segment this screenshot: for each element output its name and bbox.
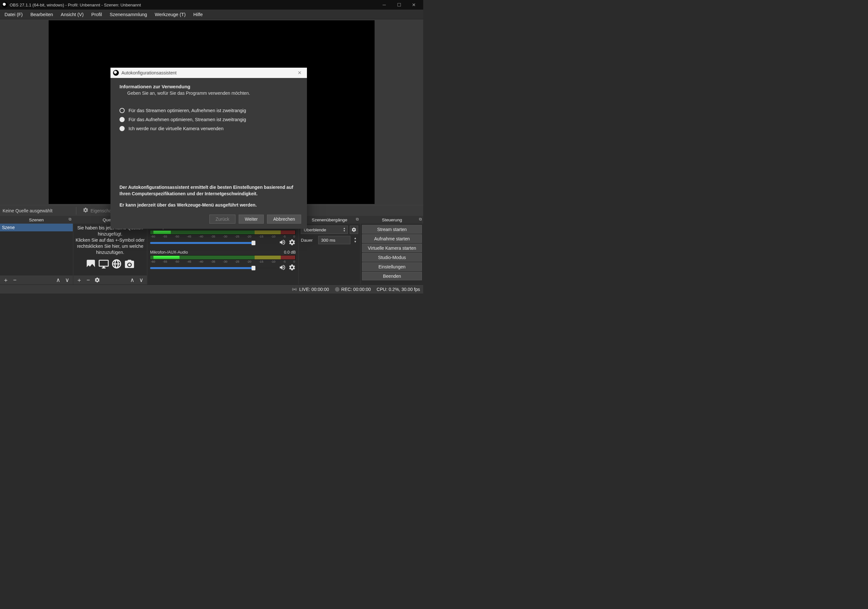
menu-help[interactable]: Hilfe bbox=[190, 11, 206, 19]
vu-meter bbox=[150, 255, 296, 260]
radio-option-vcam[interactable]: Ich werde nur die virtuelle Kamera verwe… bbox=[119, 126, 298, 131]
wizard-cancel-button[interactable]: Abbrechen bbox=[267, 214, 301, 224]
scene-item[interactable]: Szene bbox=[0, 224, 73, 231]
menu-file[interactable]: Datei (F) bbox=[1, 11, 26, 19]
radio-label: Für das Streamen optimieren, Aufnehmen i… bbox=[129, 108, 246, 113]
mixer-settings-icon[interactable] bbox=[288, 264, 296, 272]
studio-mode-button[interactable]: Studio-Modus bbox=[362, 253, 422, 262]
dock-transitions: Szenenübergänge ⧉ Überblende ▲▼ Dauer bbox=[299, 216, 360, 284]
status-cpu: CPU: 0.2%, 30.00 fps bbox=[377, 287, 420, 292]
scene-add-button[interactable]: ＋ bbox=[2, 276, 10, 284]
duration-spinner[interactable]: ▲▼ bbox=[352, 236, 358, 244]
dock-transitions-title: Szenenübergänge bbox=[312, 218, 347, 222]
window-minimize-button[interactable]: ─ bbox=[377, 0, 392, 10]
modal-title: Autokonfigurationsassistent bbox=[121, 70, 293, 75]
duration-spinbox[interactable]: 300 ms bbox=[318, 236, 350, 244]
auto-config-wizard-modal: Autokonfigurationsassistent ✕ Informatio… bbox=[110, 68, 307, 229]
sources-footer: ＋ − ∧ ∨ bbox=[73, 275, 147, 284]
vu-ticks: -60-55-50-45-40-35-30-25-20-15-10-50 bbox=[150, 235, 296, 238]
source-remove-button[interactable]: − bbox=[84, 276, 92, 284]
globe-icon bbox=[111, 258, 122, 271]
modal-close-button[interactable]: ✕ bbox=[295, 70, 304, 76]
modal-subheading: Geben Sie an, wofür Sie das Programm ver… bbox=[119, 90, 298, 96]
sources-empty[interactable]: Sie haben bis jetzt keine Quellen hinzug… bbox=[73, 224, 147, 275]
menu-tools[interactable]: Werkzeuge (T) bbox=[152, 11, 189, 19]
radio-option-streaming[interactable]: Für das Streamen optimieren, Aufnehmen i… bbox=[119, 108, 298, 113]
volume-slider[interactable] bbox=[150, 267, 276, 269]
volume-slider[interactable] bbox=[150, 242, 276, 244]
menu-edit[interactable]: Bearbeiten bbox=[27, 11, 56, 19]
dock-controls-title: Steuerung bbox=[382, 218, 402, 222]
scenes-footer: ＋ − ∧ ∨ bbox=[0, 275, 73, 284]
modal-info-p1: Der Autokonfigurationsassistent ermittel… bbox=[119, 184, 298, 197]
wizard-next-button[interactable]: Weiter bbox=[239, 214, 264, 224]
scene-list[interactable]: Szene bbox=[0, 224, 73, 275]
exit-button[interactable]: Beenden bbox=[362, 272, 422, 280]
menu-profile[interactable]: Profil bbox=[88, 11, 105, 19]
menu-scene-collection[interactable]: Szenensammlung bbox=[107, 11, 150, 19]
dock-transitions-header[interactable]: Szenenübergänge ⧉ bbox=[299, 216, 360, 224]
wizard-back-button[interactable]: Zurück bbox=[209, 214, 236, 224]
source-down-button[interactable]: ∨ bbox=[137, 276, 145, 284]
window-close-button[interactable]: ✕ bbox=[406, 0, 421, 10]
scene-down-button[interactable]: ∨ bbox=[63, 276, 71, 284]
speaker-icon[interactable] bbox=[279, 239, 286, 247]
sources-empty-line2: Klicken Sie auf das +-Symbol oder rechts… bbox=[75, 237, 145, 256]
scene-up-button[interactable]: ∧ bbox=[54, 276, 62, 284]
start-recording-button[interactable]: Aufnahme starten bbox=[362, 234, 422, 243]
status-rec: REC: 00:00:00 bbox=[341, 287, 371, 292]
window-maximize-button[interactable]: ☐ bbox=[392, 0, 406, 10]
dock-scenes-header[interactable]: Szenen ⧉ bbox=[0, 216, 73, 224]
record-indicator-icon bbox=[335, 287, 339, 292]
no-source-label: Keine Quelle ausgewählt bbox=[0, 208, 76, 213]
duration-value: 300 ms bbox=[321, 238, 335, 242]
mixer-track-db: 0.0 dB bbox=[284, 250, 296, 255]
transition-select[interactable]: Überblende ▲▼ bbox=[301, 225, 348, 234]
radio-icon bbox=[119, 126, 125, 131]
radio-option-recording[interactable]: Für das Aufnehmen optimieren, Streamen i… bbox=[119, 117, 298, 122]
vu-meter bbox=[150, 230, 296, 235]
duration-label: Dauer bbox=[301, 238, 316, 242]
dock-popout-icon[interactable]: ⧉ bbox=[68, 217, 71, 221]
source-add-button[interactable]: ＋ bbox=[75, 276, 83, 284]
settings-button[interactable]: Einstellungen bbox=[362, 262, 422, 271]
source-up-button[interactable]: ∧ bbox=[128, 276, 136, 284]
scene-remove-button[interactable]: − bbox=[11, 276, 19, 284]
modal-heading: Informationen zur Verwendung bbox=[119, 84, 298, 89]
transition-selected-label: Überblende bbox=[304, 227, 326, 232]
start-virtual-cam-button[interactable]: Virtuelle Kamera starten bbox=[362, 244, 422, 252]
dock-controls: Steuerung ⧉ Stream starten Aufnahme star… bbox=[361, 216, 423, 284]
mixer-settings-icon[interactable] bbox=[288, 239, 296, 247]
gear-icon bbox=[83, 207, 88, 214]
toolbar-divider bbox=[76, 207, 76, 214]
transition-settings-button[interactable] bbox=[350, 225, 358, 234]
window-titlebar: OBS 27.1.1 (64-bit, windows) - Profil: U… bbox=[0, 0, 423, 10]
start-streaming-button[interactable]: Stream starten bbox=[362, 225, 422, 234]
dock-controls-header[interactable]: Steuerung ⧉ bbox=[361, 216, 423, 224]
window-title: OBS 27.1.1 (64-bit, windows) - Profil: U… bbox=[10, 3, 377, 8]
vu-ticks: -60-55-50-45-40-35-30-25-20-15-10-50 bbox=[150, 260, 296, 263]
menu-bar: Datei (F) Bearbeiten Ansicht (V) Profil … bbox=[0, 10, 423, 19]
dock-popout-icon[interactable]: ⧉ bbox=[419, 217, 422, 221]
modal-info-p2: Er kann jederzeit über das Werkzeuge-Men… bbox=[119, 202, 298, 208]
chevron-down-icon: ▲▼ bbox=[343, 227, 346, 232]
radio-label: Für das Aufnehmen optimieren, Streamen i… bbox=[129, 117, 246, 122]
obs-logo-icon bbox=[113, 70, 119, 76]
speaker-icon[interactable] bbox=[279, 264, 286, 272]
camera-icon bbox=[124, 258, 135, 271]
dock-scenes: Szenen ⧉ Szene ＋ − ∧ ∨ bbox=[0, 216, 73, 284]
radio-icon bbox=[119, 117, 125, 122]
menu-view[interactable]: Ansicht (V) bbox=[57, 11, 87, 19]
svg-point-0 bbox=[294, 288, 295, 290]
mixer-track-mic: Mikrofon-/AUX-Audio 0.0 dB -60-55-50-45-… bbox=[150, 250, 296, 272]
mixer-track-name: Mikrofon-/AUX-Audio bbox=[150, 250, 188, 255]
dock-popout-icon[interactable]: ⧉ bbox=[356, 217, 359, 221]
modal-titlebar[interactable]: Autokonfigurationsassistent ✕ bbox=[110, 68, 307, 78]
monitor-icon bbox=[98, 258, 109, 271]
broadcast-icon bbox=[291, 286, 297, 292]
source-properties-button-small[interactable] bbox=[93, 276, 101, 284]
status-live: LIVE: 00:00:00 bbox=[299, 287, 329, 292]
dock-scenes-title: Szenen bbox=[29, 218, 44, 222]
obs-logo-icon bbox=[2, 2, 8, 8]
status-bar: LIVE: 00:00:00 REC: 00:00:00 CPU: 0.2%, … bbox=[0, 284, 423, 294]
